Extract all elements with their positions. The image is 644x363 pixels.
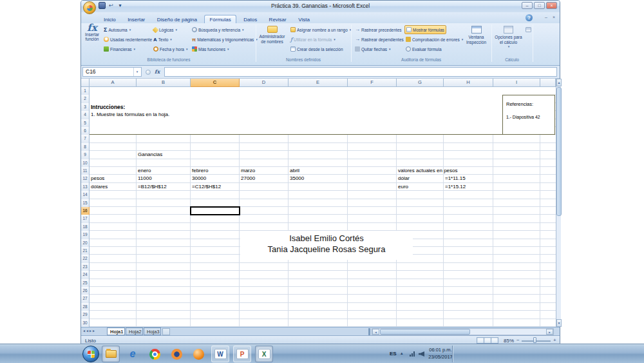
column-header-F[interactable]: F xyxy=(348,79,397,87)
scroll-right-icon[interactable]: ▸ xyxy=(546,329,553,335)
scroll-left-icon[interactable]: ◂ xyxy=(372,329,379,335)
scroll-up-icon[interactable]: ▲ xyxy=(556,79,562,86)
row-header-29[interactable]: 29 xyxy=(81,311,90,319)
trace-precedents-button[interactable]: → Rastrear precedentes xyxy=(354,25,403,34)
row-header-14[interactable]: 14 xyxy=(81,191,90,199)
workbook-window-controls[interactable]: – × xyxy=(545,15,557,19)
taskbar-word-button[interactable]: W xyxy=(211,346,229,362)
recently-used-button[interactable]: Usadas recientemente▾ xyxy=(102,35,157,44)
hidden-icons-icon[interactable]: ▴ xyxy=(401,351,403,356)
cell-A4[interactable]: 1. Muestre las fórmulas en la hoja. xyxy=(91,111,169,119)
row-header-19[interactable]: 19 xyxy=(81,231,90,239)
cell-C11[interactable]: febrero xyxy=(192,167,208,175)
cell-D11[interactable]: marzo xyxy=(241,167,255,175)
horizontal-scrollbar[interactable]: ◂ ▸ xyxy=(372,328,554,335)
cell-G12[interactable]: dólar xyxy=(398,175,410,182)
cell-G11[interactable]: valores actuales en pesos xyxy=(398,167,458,175)
taskbar-firefox-button[interactable] xyxy=(167,346,185,362)
speaker-icon[interactable] xyxy=(419,351,424,357)
create-from-selection-button[interactable]: Crear desde la selección xyxy=(289,44,345,54)
cell-A12[interactable]: pesos xyxy=(91,175,104,182)
lookup-reference-button[interactable]: Búsqueda y referencia▾ xyxy=(191,25,245,34)
row-header-10[interactable]: 10 xyxy=(81,159,90,168)
network-icon[interactable] xyxy=(410,351,415,357)
qat-dropdown-icon[interactable]: ▾ xyxy=(117,2,124,9)
select-all-corner[interactable] xyxy=(81,79,90,87)
taskbar-chrome-button[interactable] xyxy=(146,346,164,362)
sheet-tab-hoja3[interactable]: Hoja3 xyxy=(144,328,161,335)
row-header-8[interactable]: 8 xyxy=(81,143,90,152)
column-header-partial[interactable] xyxy=(540,79,556,87)
row-header-4[interactable]: 4 xyxy=(81,111,90,119)
row-header-20[interactable]: 20 xyxy=(81,239,90,248)
taskbar-explorer-button[interactable] xyxy=(102,346,120,362)
start-button[interactable] xyxy=(82,346,99,362)
taskbar-powerpoint-button[interactable]: P xyxy=(233,346,251,362)
cell-A13[interactable]: dólares xyxy=(91,183,108,191)
column-header-I[interactable]: I xyxy=(493,79,540,87)
cell-B12[interactable]: 11000 xyxy=(138,175,152,182)
row-header-9[interactable]: 9 xyxy=(81,151,90,159)
sheet-tab-hoja1[interactable]: Hoja1 xyxy=(107,328,125,335)
scroll-down-icon[interactable]: ▼ xyxy=(556,319,562,327)
vertical-scroll-thumb[interactable] xyxy=(556,87,562,216)
cell-E11[interactable]: abril xyxy=(290,167,299,175)
office-button[interactable] xyxy=(83,1,96,14)
cell-C13[interactable]: =C12/$H$12 xyxy=(192,183,221,191)
zoom-in-icon[interactable]: + xyxy=(553,337,556,343)
row-header-25[interactable]: 25 xyxy=(81,279,90,288)
column-header-A[interactable]: A xyxy=(90,79,137,87)
evaluate-formula-button[interactable]: Evaluar fórmula xyxy=(404,44,443,54)
maximize-button[interactable]: □ xyxy=(534,2,545,9)
column-header-H[interactable]: H xyxy=(444,79,493,87)
financial-button[interactable]: Financieras▾ xyxy=(102,44,137,54)
row-header-6[interactable]: 6 xyxy=(81,127,90,135)
text-functions-button[interactable]: A Texto▾ xyxy=(152,35,173,44)
row-header-22[interactable]: 22 xyxy=(81,255,90,263)
row-header-23[interactable]: 23 xyxy=(81,263,90,271)
zoom-slider-thumb[interactable] xyxy=(533,337,536,343)
show-formulas-button[interactable]: Mostrar fórmulas xyxy=(404,25,446,34)
name-box[interactable]: C16 ▾ xyxy=(82,67,142,77)
row-header-5[interactable]: 5 xyxy=(81,119,90,128)
minimize-button[interactable]: – xyxy=(522,2,533,9)
cell-H13[interactable]: =1*15.12 xyxy=(445,183,466,191)
row-header-21[interactable]: 21 xyxy=(81,247,90,255)
vertical-scrollbar[interactable]: ▲ ▼ xyxy=(556,79,561,327)
row-header-2[interactable]: 2 xyxy=(81,95,90,103)
formula-input[interactable] xyxy=(164,67,557,77)
worksheet-grid[interactable]: Referencias: 1.- Diapositiva 42 Isabel E… xyxy=(81,79,556,327)
row-header-12[interactable]: 12 xyxy=(81,175,90,183)
watch-window-button[interactable]: Ventana Inspección xyxy=(462,25,490,57)
row-header-1[interactable]: 1 xyxy=(81,87,90,95)
remove-arrows-button[interactable]: Quitar flechas▾ xyxy=(354,44,392,54)
row-header-17[interactable]: 17 xyxy=(81,215,90,223)
autosum-button[interactable]: Σ Autosuma▾ xyxy=(102,25,132,34)
language-indicator[interactable]: ES xyxy=(390,351,397,357)
zoom-level[interactable]: 85% xyxy=(504,338,514,344)
row-header-26[interactable]: 26 xyxy=(81,287,90,295)
row-header-30[interactable]: 30 xyxy=(81,319,90,327)
taskbar-excel-button[interactable]: X xyxy=(255,346,273,362)
row-header-27[interactable]: 27 xyxy=(81,295,90,303)
row-header-13[interactable]: 13 xyxy=(81,183,90,191)
row-header-18[interactable]: 18 xyxy=(81,223,90,231)
taskbar-ie-button[interactable]: e xyxy=(124,346,142,362)
column-header-D[interactable]: D xyxy=(240,79,289,87)
close-button[interactable]: × xyxy=(546,2,557,9)
use-in-formula-button[interactable]: ƒ Utilizar en la fórmula▾ xyxy=(289,35,337,44)
name-manager-button[interactable]: Administrador de nombres xyxy=(258,25,287,57)
cell-B9[interactable]: Ganancias xyxy=(138,151,162,159)
insert-sheet-tab[interactable] xyxy=(162,328,170,335)
save-icon[interactable] xyxy=(99,2,106,9)
insert-function-button[interactable]: fx Insertar función xyxy=(83,25,101,57)
logical-button[interactable]: Lógicas▾ xyxy=(152,25,178,34)
cell-G13[interactable]: euro xyxy=(398,183,408,191)
math-trig-button[interactable]: π Matemáticas y trigonométricas▾ xyxy=(191,35,259,44)
name-box-dropdown-icon[interactable]: ▾ xyxy=(133,68,140,76)
cell-C12[interactable]: 30000 xyxy=(192,175,206,182)
calculation-options-button[interactable]: Opciones para el cálculo ▾ xyxy=(493,25,524,57)
trace-dependents-button[interactable]: → Rastrear dependientes xyxy=(354,35,405,44)
cell-D12[interactable]: 27000 xyxy=(241,175,255,182)
sheet-nav-arrows[interactable]: ◂◂▸▸ xyxy=(83,328,96,333)
